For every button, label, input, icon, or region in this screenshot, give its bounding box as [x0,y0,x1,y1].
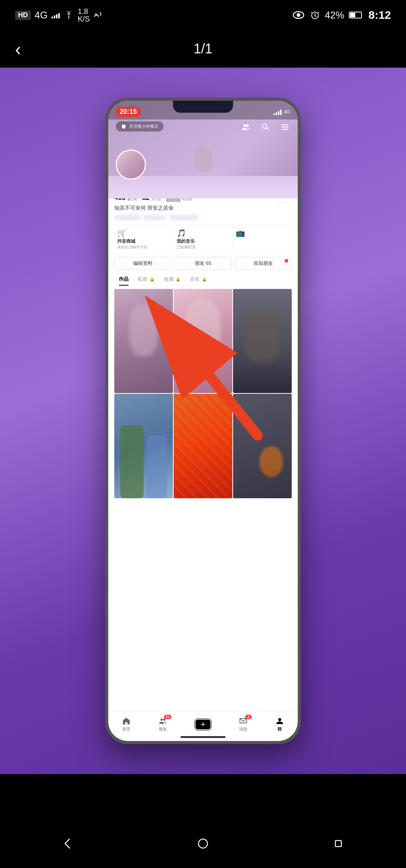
phone-signal-icon [94,11,103,19]
status-bar: HD 4G 1.8 K/S 42% [0,0,406,30]
status-left: HD 4G 1.8 K/S [15,8,103,23]
nav-title: 1/1 [194,41,212,57]
eye-icon [292,10,305,20]
phone-screen: 开启青少年模式 [108,101,298,741]
nav-home[interactable]: 首页 [122,717,130,732]
video-thumb-6[interactable] [233,394,292,498]
svg-point-6 [244,124,246,127]
feature-row: 🛒 抖音商城 美好生活触手可得 🎵 我的音乐 已收藏92首 📺 [114,224,292,254]
network-type: 4G [35,9,48,21]
phone-notch [173,101,233,113]
music-icon: 🎵 [177,228,186,237]
clock-time: 8:12 [368,9,391,21]
tag-1 [114,215,141,221]
svg-point-14 [161,718,163,721]
nav-friends[interactable]: 朋友 55 [159,717,167,732]
nav-me[interactable]: 我 [276,717,284,732]
shop-icon: 🛒 [117,228,127,237]
friends-button[interactable]: 朋友 65 [174,257,232,270]
messages-badge: 8 [245,715,252,719]
nav-add[interactable]: + [195,719,211,730]
video-thumb-4[interactable] [114,394,173,498]
lock-icon-2: 🔒 [176,277,181,281]
alarm-icon [310,10,320,20]
tab-likes[interactable]: 喜欢 🔒 [185,273,212,286]
video-thumb-5[interactable] [174,394,232,498]
svg-point-17 [198,839,208,848]
search-icon[interactable] [259,120,272,134]
friends-badge: 55 [164,715,171,719]
add-button[interactable]: + [195,719,211,730]
phone-time: 20:15 [116,107,141,117]
lock-icon-1: 🔒 [150,277,155,281]
android-nav [0,819,406,868]
feature-shop[interactable]: 🛒 抖音商城 美好生活触手可得 [114,225,174,254]
video-grid [114,289,292,498]
svg-point-0 [68,17,69,18]
wifi-icon [64,11,74,19]
svg-point-2 [297,13,300,17]
tab-works[interactable]: 作品 [114,273,133,286]
people-icon[interactable] [239,120,253,134]
bio-text: 知其不可奈何 而安之若命 [114,205,292,212]
phone-status-right: 4G [273,108,290,115]
android-back-button[interactable] [53,829,83,859]
signal-icon [52,12,60,18]
youth-mode-text: 开启青少年模式 [129,124,158,129]
music-name: 我的音乐 [177,238,195,245]
phone-signal-icon [273,108,282,115]
svg-point-7 [246,124,249,127]
action-row: 编辑资料 朋友 65 添加朋友 [114,257,292,270]
phone-4g-badge: 4G [284,109,290,115]
status-right: 42% 8:12 [292,9,391,21]
android-home-button[interactable] [188,829,218,859]
svg-rect-18 [335,841,341,847]
youth-mode-bar[interactable]: 开启青少年模式 [116,121,164,132]
svg-rect-5 [350,13,355,17]
phone-mockup: 开启青少年模式 [105,98,301,744]
profile-avatar [116,150,146,180]
home-indicator [180,736,226,738]
tab-row: 作品 私密 🔒 收藏 🔒 喜欢 🔒 [114,273,292,286]
hd-badge: HD [15,11,31,20]
network-speed: 1.8 K/S [78,8,90,23]
top-nav: ‹ 1/1 [0,30,406,68]
tag-row [114,215,292,221]
app-top-icons [239,120,292,134]
tv-icon: 📺 [236,228,245,237]
shield-icon [121,124,126,129]
lock-icon-3: 🔒 [202,277,207,281]
video-thumb-2[interactable] [174,289,232,393]
shop-name: 抖音商城 [117,238,135,245]
feature-tv[interactable]: 📺 [233,225,292,254]
add-friend-button[interactable]: 添加朋友 [235,257,292,270]
battery-icon [349,11,364,19]
video-thumb-3[interactable] [233,289,292,393]
back-button[interactable]: ‹ [15,39,21,59]
tab-collection[interactable]: 收藏 🔒 [159,273,186,286]
svg-point-8 [262,124,267,129]
tag-2 [144,215,166,221]
tab-private[interactable]: 私密 🔒 [133,273,159,286]
music-sub: 已收藏92首 [177,245,196,250]
notification-dot [285,259,288,263]
battery-percent: 42% [325,9,344,21]
shop-sub: 美好生活触手可得 [117,245,147,250]
video-thumb-1[interactable] [114,289,173,393]
menu-icon[interactable] [278,120,292,134]
tag-3 [169,215,199,221]
svg-point-16 [278,718,281,721]
edit-profile-button[interactable]: 编辑资料 [114,257,171,270]
android-recent-button[interactable] [323,829,353,859]
main-content: 开启青少年模式 [0,68,406,774]
nav-messages[interactable]: 消息 8 [239,717,247,732]
feature-music[interactable]: 🎵 我的音乐 已收藏92首 [174,225,233,254]
profile-card: 408 获赞 82 关注 ███ 粉丝 [108,176,298,711]
